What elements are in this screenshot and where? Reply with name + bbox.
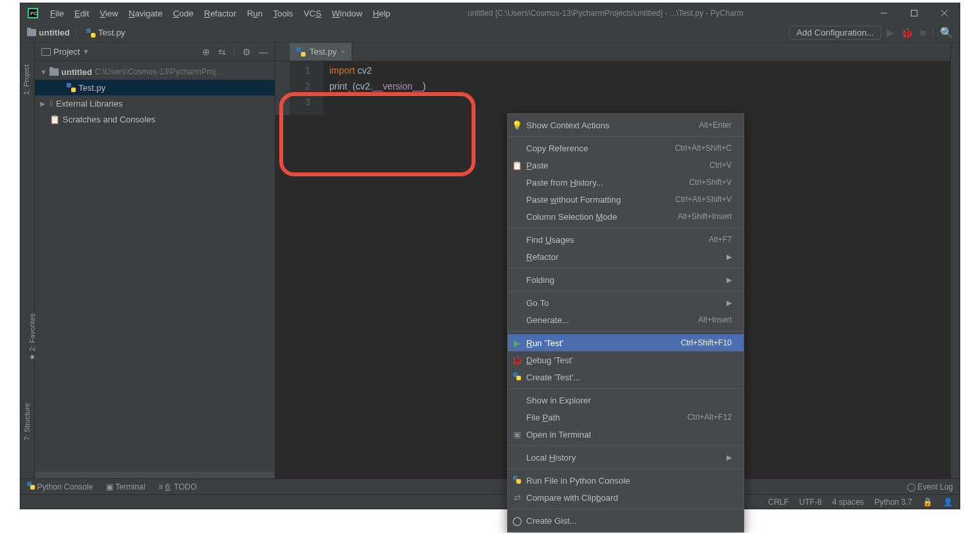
menu-item-shortcut: Ctrl+V [709,161,732,170]
menu-help[interactable]: Help [368,6,395,21]
menu-item-label: Paste without Formatting [526,195,675,205]
menu-item-label: Compare with Clipboard [526,493,732,503]
menu-item-label: Column Selection Mode [526,212,678,222]
context-menu-item[interactable]: Create 'Test'... [508,368,744,386]
tree-file-testpy[interactable]: Test.py [35,80,275,95]
breadcrumb-file[interactable]: Test.py [98,28,125,38]
context-menu-item[interactable]: Refactor▶ [508,248,744,265]
menu-view[interactable]: View [95,6,122,21]
run-icon[interactable]: ▶ [886,27,894,39]
tree-project-root[interactable]: ▼ untitled C:\Users\Cosmos-13\PycharmPro… [35,64,275,80]
status-inspector-icon[interactable]: 👤 [943,497,953,507]
menu-item-label: Show Context Actions [526,120,699,130]
project-sidebar: Project ▼ ⊕ ⇆ ⚙ — ▼ untitled C:\Users\C [35,43,275,478]
menu-item-shortcut: Ctrl+Alt+Shift+V [675,195,732,204]
expand-arrow-icon[interactable]: ▼ [40,68,47,76]
menu-item-label: Open in Terminal [526,430,732,440]
tree-external-libraries[interactable]: ▶ ⫴ External Libraries [35,95,275,111]
context-menu-separator [508,509,744,509]
menu-code[interactable]: Code [169,6,198,21]
context-menu-item[interactable]: Go To▶ [508,294,744,311]
context-menu-item[interactable]: ▣Open in Terminal [508,426,744,443]
menu-item-icon: ◯ [512,516,522,526]
context-menu-item[interactable]: Folding▶ [508,271,744,288]
menu-edit[interactable]: Edit [70,6,94,21]
menu-navigate[interactable]: Navigate [124,6,167,21]
menu-tools[interactable]: Tools [269,6,298,21]
search-everywhere-icon[interactable]: 🔍 [940,26,953,39]
menu-run[interactable]: Run [242,6,267,21]
left-tool-stripe: 1: Project ★ 2: Favorites 7: Structure [20,43,35,478]
editor-context-menu: 💡Show Context ActionsAlt+EnterCopy Refer… [507,113,744,532]
context-menu-separator [508,136,744,137]
terminal-tab[interactable]: ▣ Terminal [106,482,145,492]
status-python[interactable]: Python 3.7 [875,497,912,507]
context-menu-item[interactable]: File PathCtrl+Alt+F12 [508,409,744,426]
context-menu-separator [508,469,744,469]
status-encoding[interactable]: UTF-8 [800,497,822,507]
menu-item-shortcut: Ctrl+Shift+V [689,178,732,187]
sidebar-scrollbar[interactable] [35,472,275,478]
menu-item-icon: ▣ [512,430,522,440]
context-menu-item[interactable]: ▶Run 'Test'Ctrl+Shift+F10 [508,334,744,351]
project-view-selector[interactable]: Project ▼ [38,45,93,58]
context-menu-item[interactable]: Generate...Alt+Insert [508,311,744,328]
locate-icon[interactable]: ⊕ [202,47,210,57]
menu-window[interactable]: Window [327,6,367,21]
menu-item-label: Go To [526,298,726,308]
context-menu-item[interactable]: Copy ReferenceCtrl+Alt+Shift+C [508,140,744,157]
hide-icon[interactable]: — [259,47,268,57]
context-menu-item[interactable]: 🐞Debug 'Test' [508,351,744,368]
status-indent[interactable]: 4 spaces [832,497,864,507]
menu-vcs[interactable]: VCS [299,6,326,21]
status-bar: CRLF UTF-8 4 spaces Python 3.7 🔒 👤 [20,494,960,509]
editor-tab-testpy[interactable]: Test.py × [290,43,352,61]
event-log-tab[interactable]: ◯ Event Log [907,482,953,492]
menu-item-label: Folding [526,275,726,285]
stop-icon[interactable]: ■ [920,27,926,38]
code-editor[interactable]: 1 2 3 import cv2 print⌄(cv2.__version__) [275,61,950,115]
add-configuration-button[interactable]: Add Configuration... [789,26,881,39]
minimize-button[interactable] [869,3,899,23]
context-menu-item[interactable]: Find UsagesAlt+F7 [508,231,744,248]
menu-item-shortcut: Alt+F7 [709,235,732,244]
menu-item-label: Copy Reference [526,143,675,153]
folder-icon [49,68,59,76]
debug-icon[interactable]: 🐞 [901,27,913,39]
context-menu-separator [508,331,744,332]
menu-file[interactable]: File [45,6,68,21]
breadcrumb: untitled 〉 Test.py [27,27,125,39]
close-button[interactable] [929,3,960,23]
expand-arrow-icon[interactable]: ▶ [40,100,47,107]
menu-item-icon: 🐞 [512,355,522,365]
context-menu-item[interactable]: Column Selection ModeAlt+Shift+Insert [508,208,744,225]
settings-icon[interactable]: ⚙ [242,47,251,57]
context-menu-item[interactable]: Paste from History...Ctrl+Shift+V [508,174,744,191]
expand-all-icon[interactable]: ⇆ [218,47,226,57]
menu-refactor[interactable]: Refactor [200,6,241,21]
close-tab-icon[interactable]: × [340,47,345,57]
maximize-button[interactable] [899,3,929,23]
tab-favorites[interactable]: ★ 2: Favorites [28,313,37,361]
context-menu-item[interactable]: Show in Explorer [508,392,744,409]
breadcrumb-project[interactable]: untitled [39,28,70,38]
menu-item-label: Find Usages [526,235,709,245]
menu-item-icon: ▶ [512,338,522,348]
tab-structure[interactable]: 7: Structure [23,403,31,441]
tree-scratches[interactable]: 📋 Scratches and Consoles [35,111,275,127]
status-line-ending[interactable]: CRLF [768,497,788,507]
main-body: 1: Project ★ 2: Favorites 7: Structure P… [20,43,960,478]
status-lock-icon[interactable]: 🔒 [923,497,933,507]
tab-project[interactable]: 1: Project [22,64,30,95]
window-title: untitled [C:\Users\Cosmos-13\PycharmProj… [395,9,869,18]
todo-tab[interactable]: ≡ 6: TODO [159,482,197,492]
context-menu-item[interactable]: 💡Show Context ActionsAlt+Enter [508,116,744,134]
context-menu-item[interactable]: 📋PasteCtrl+V [508,157,744,174]
menu-item-shortcut: Alt+Insert [698,315,732,324]
context-menu-item[interactable]: ⇄Compare with Clipboard [508,489,744,506]
context-menu-item[interactable]: Run File in Python Console [508,472,744,489]
context-menu-item[interactable]: Local History▶ [508,449,744,466]
python-console-tab[interactable]: Python Console [27,482,93,492]
context-menu-item[interactable]: ◯Create Gist... [508,512,744,529]
context-menu-item[interactable]: Paste without FormattingCtrl+Alt+Shift+V [508,191,744,208]
